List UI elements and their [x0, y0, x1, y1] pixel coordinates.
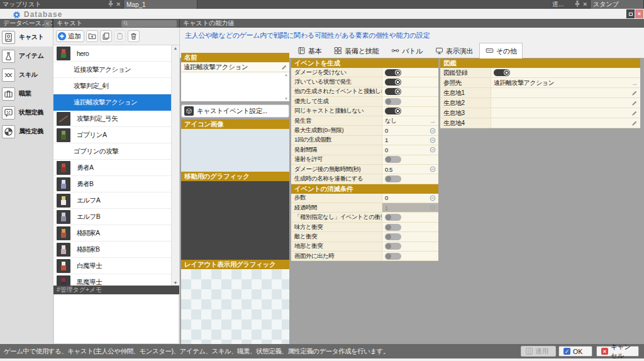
- scroll-up-icon[interactable]: ▲: [284, 73, 288, 77]
- scroll-up-icon[interactable]: ▲: [172, 46, 179, 50]
- number-value[interactable]: 0.5: [385, 166, 430, 173]
- delete-button[interactable]: [128, 30, 140, 42]
- tab-map1[interactable]: Map_1: [123, 0, 197, 9]
- setting-value[interactable]: [382, 107, 438, 116]
- list-item[interactable]: 勇者B: [53, 176, 179, 192]
- list-item[interactable]: エルフB: [53, 209, 179, 225]
- name-memo-area[interactable]: ▲ ▼: [181, 72, 289, 101]
- toggle-switch[interactable]: [494, 69, 510, 76]
- list-item[interactable]: 遠距離攻撃アクション: [53, 94, 179, 111]
- calculator-icon[interactable]: [430, 128, 436, 134]
- toggle-switch[interactable]: [385, 253, 401, 260]
- tab-battle[interactable]: バトル: [385, 43, 429, 58]
- toggle-switch[interactable]: [385, 214, 401, 221]
- paste-button[interactable]: [114, 30, 126, 42]
- toggle-switch[interactable]: [385, 243, 401, 250]
- setting-value[interactable]: [491, 68, 640, 78]
- setting-value[interactable]: 0: [382, 194, 438, 203]
- pencil-icon[interactable]: [631, 120, 638, 126]
- toggle-switch[interactable]: [385, 79, 401, 86]
- calculator-icon[interactable]: [430, 147, 436, 153]
- setting-value[interactable]: [491, 118, 640, 128]
- list-item[interactable]: 攻撃判定_弓矢: [53, 111, 179, 127]
- search-input[interactable]: [121, 20, 177, 27]
- list-item[interactable]: 勇者A: [53, 160, 179, 176]
- setting-value[interactable]: [382, 68, 438, 77]
- toggle-switch[interactable]: [385, 108, 401, 114]
- setting-value[interactable]: 1: [382, 136, 438, 145]
- setting-value[interactable]: [382, 213, 438, 222]
- tab-equip[interactable]: 装備と技能: [328, 43, 385, 58]
- duplicate-button[interactable]: [100, 30, 112, 42]
- arrow-right-icon[interactable]: →: [430, 117, 436, 125]
- setting-value[interactable]: [382, 97, 438, 106]
- pencil-icon[interactable]: [631, 90, 638, 96]
- sidebar-item-attribute[interactable]: 属性定義: [0, 122, 53, 141]
- number-value[interactable]: 1: [385, 204, 430, 211]
- name-field[interactable]: 遠距離攻撃アクション: [181, 62, 289, 72]
- setting-value[interactable]: [382, 174, 438, 184]
- setting-value[interactable]: 0: [382, 126, 438, 135]
- calculator-icon[interactable]: [430, 204, 436, 211]
- toggle-switch[interactable]: [385, 98, 401, 105]
- move-graphic-box[interactable]: [181, 181, 289, 260]
- toggle-switch[interactable]: [385, 69, 401, 76]
- calculator-icon[interactable]: [430, 166, 436, 172]
- layout-graphic-box[interactable]: [181, 269, 289, 344]
- maximize-button[interactable]: [626, 9, 635, 18]
- calculator-icon[interactable]: [430, 195, 436, 201]
- memo-text-area[interactable]: [53, 294, 179, 344]
- setting-value[interactable]: [382, 252, 438, 261]
- sidebar-item-skill[interactable]: スキル: [0, 65, 53, 84]
- list-item[interactable]: ゴブリンの攻撃: [53, 143, 179, 160]
- pencil-icon[interactable]: [631, 100, 638, 106]
- list-item[interactable]: hero: [53, 45, 179, 62]
- setting-value[interactable]: [491, 98, 640, 108]
- list-item[interactable]: 近接攻撃アクション: [53, 62, 179, 78]
- setting-value[interactable]: [491, 108, 640, 118]
- arrow-right-icon[interactable]: →: [631, 79, 638, 87]
- number-value[interactable]: 0: [385, 147, 430, 153]
- setting-value[interactable]: [382, 242, 438, 252]
- sidebar-item-cast[interactable]: キャスト: [0, 28, 53, 47]
- setting-value[interactable]: 1: [382, 203, 438, 213]
- setting-value[interactable]: [491, 88, 640, 98]
- sidebar-item-job[interactable]: 職業: [0, 84, 53, 103]
- scroll-down-icon[interactable]: ▼: [172, 280, 179, 285]
- apply-button[interactable]: 適用: [521, 346, 556, 357]
- add-button[interactable]: 追加: [56, 30, 84, 42]
- setting-value[interactable]: 0: [382, 145, 438, 155]
- link-value[interactable]: なし: [385, 117, 430, 125]
- collapse-sidebar-button[interactable]: <: [44, 20, 51, 27]
- cast-list-scrollbar[interactable]: ▲ ▼: [171, 45, 179, 286]
- number-value[interactable]: 1: [385, 136, 430, 143]
- pencil-icon[interactable]: [631, 110, 638, 116]
- toggle-switch[interactable]: [385, 233, 401, 240]
- setting-value[interactable]: なし→: [382, 116, 438, 126]
- pin-icon[interactable]: [108, 1, 113, 8]
- window-close-button[interactable]: ×: [635, 9, 643, 18]
- tab-display[interactable]: 表示演出: [429, 43, 479, 58]
- list-item[interactable]: 格闘家A: [53, 225, 179, 242]
- number-value[interactable]: 0: [385, 194, 430, 201]
- setting-value[interactable]: [382, 223, 438, 232]
- setting-value[interactable]: [382, 77, 438, 87]
- toggle-switch[interactable]: [385, 224, 401, 231]
- cancel-button[interactable]: × キャンセル: [596, 346, 639, 357]
- list-item[interactable]: 格闘家B: [53, 242, 179, 258]
- calculator-icon[interactable]: [430, 137, 436, 143]
- link-value[interactable]: 遠距離攻撃アクション: [494, 79, 631, 87]
- toggle-switch[interactable]: [385, 156, 401, 163]
- toggle-switch[interactable]: [385, 175, 401, 182]
- tab-other[interactable]: その他: [479, 43, 523, 58]
- list-item[interactable]: 黒魔導士: [53, 274, 179, 286]
- setting-value[interactable]: 0.5: [382, 165, 438, 174]
- list-item[interactable]: ゴブリンA: [53, 127, 179, 143]
- toggle-switch[interactable]: [385, 88, 401, 95]
- setting-value[interactable]: [382, 155, 438, 165]
- number-value[interactable]: 0: [385, 127, 430, 134]
- close-icon[interactable]: ✕: [582, 1, 587, 8]
- add-folder-button[interactable]: [86, 30, 98, 42]
- list-item[interactable]: 攻撃判定_剣: [53, 78, 179, 94]
- sidebar-item-state[interactable]: 状態定義: [0, 103, 53, 122]
